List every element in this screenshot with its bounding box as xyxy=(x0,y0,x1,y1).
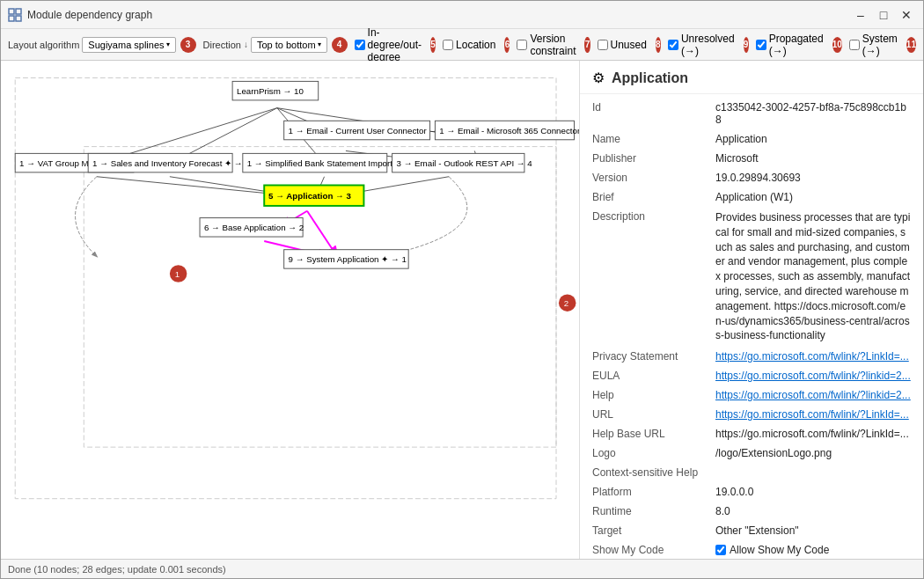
svg-rect-0 xyxy=(9,9,14,14)
info-row: Idc1335042-3002-4257-bf8a-75c898ccb1b8 xyxy=(580,98,923,129)
info-checkbox[interactable] xyxy=(715,545,726,555)
direction-dropdown[interactable]: Top to bottom ▾ xyxy=(251,37,327,53)
badge-4: 4 xyxy=(332,37,348,53)
info-label: EULA xyxy=(592,370,715,382)
svg-text:3 → Email - Outlook REST API →: 3 → Email - Outlook REST API → 4 xyxy=(397,158,533,168)
unresolved-label: Unresolved (→) xyxy=(681,33,735,57)
unused-label: Unused xyxy=(611,39,647,51)
info-row: URLhttps://go.microsoft.com/fwlink/?Link… xyxy=(580,405,923,424)
version-constraint-label: Version constraint xyxy=(530,33,576,57)
minimize-button[interactable]: – xyxy=(851,5,870,25)
info-row: Helphttps://go.microsoft.com/fwlink/?lin… xyxy=(580,385,923,405)
unresolved-checkbox[interactable] xyxy=(668,40,678,50)
layout-algorithm-value: Sugiyama splines xyxy=(88,40,164,50)
maximize-button[interactable]: □ xyxy=(874,5,893,25)
graph-svg: LearnPrism → 10 1 → Email - Current User… xyxy=(1,61,579,559)
info-value: Application xyxy=(715,133,911,145)
info-value: c1335042-3002-4257-bf8a-75c898ccb1b8 xyxy=(715,101,911,126)
module-icon xyxy=(8,8,22,22)
location-checkbox[interactable] xyxy=(443,40,453,50)
info-row: Privacy Statementhttps://go.microsoft.co… xyxy=(580,347,923,366)
close-button[interactable]: ✕ xyxy=(897,5,916,25)
status-text: Done (10 nodes; 28 edges; update 0.001 s… xyxy=(8,564,226,575)
info-label: Version xyxy=(592,172,715,184)
svg-text:1 → Sales and Inventory Foreca: 1 → Sales and Inventory Forecast ✦ → 4 xyxy=(92,158,250,168)
svg-rect-4 xyxy=(15,78,556,499)
info-value[interactable]: https://go.microsoft.com/fwlink/?linkid=… xyxy=(715,370,911,382)
graph-area[interactable]: LearnPrism → 10 1 → Email - Current User… xyxy=(1,61,580,559)
unresolved-checkbox-item[interactable]: Unresolved (→) xyxy=(668,33,735,57)
info-label: Runtime xyxy=(592,505,715,517)
toolbar: Layout algorithm Sugiyama splines ▾ 3 Di… xyxy=(1,29,923,61)
info-value: Application (W1) xyxy=(715,191,911,203)
svg-text:1 → Email - Microsoft 365 Conn: 1 → Email - Microsoft 365 Connector → 3 xyxy=(439,126,579,136)
info-row: Platform19.0.0.0 xyxy=(580,482,923,502)
info-label: Privacy Statement xyxy=(592,350,715,363)
status-bar: Done (10 nodes; 28 edges; update 0.001 s… xyxy=(1,559,923,578)
info-label: Platform xyxy=(592,486,715,498)
badge-5: 5 xyxy=(430,37,436,53)
info-value[interactable]: https://go.microsoft.com/fwlink/?LinkId=… xyxy=(715,408,911,421)
info-value: 8.0 xyxy=(715,505,911,517)
badge-10: 10 xyxy=(832,37,842,53)
svg-text:1: 1 xyxy=(175,269,180,279)
info-label: Id xyxy=(592,101,715,114)
svg-text:6 → Base Application → 2: 6 → Base Application → 2 xyxy=(204,223,304,232)
location-checkbox-item[interactable]: Location xyxy=(443,39,495,51)
direction-value: Top to bottom xyxy=(257,40,316,50)
location-label: Location xyxy=(456,39,495,51)
svg-text:2: 2 xyxy=(564,298,568,308)
propagated-checkbox-item[interactable]: Propagated (→) xyxy=(756,33,824,57)
propagated-checkbox[interactable] xyxy=(756,40,766,50)
system-checkbox[interactable] xyxy=(849,40,860,50)
info-label: Context-sensitive Help xyxy=(592,466,715,479)
info-label: Brief xyxy=(592,191,715,203)
title-bar-left: Module dependency graph xyxy=(8,8,152,22)
info-value[interactable]: https://go.microsoft.com/fwlink/?linkid=… xyxy=(715,389,911,401)
system-checkbox-item[interactable]: System (→) xyxy=(849,33,898,57)
info-row: EULAhttps://go.microsoft.com/fwlink/?lin… xyxy=(580,366,923,385)
info-row: Context-sensitive Help xyxy=(580,463,923,482)
info-row: Show My CodeAllow Show My Code xyxy=(580,540,923,559)
in-degree-checkbox[interactable] xyxy=(355,40,365,50)
info-value: /logo/ExtensionLogo.png xyxy=(715,447,911,459)
info-value[interactable]: https://go.microsoft.com/fwlink/?LinkId=… xyxy=(715,350,911,363)
panel-title: Application xyxy=(612,70,688,86)
info-value[interactable]: Allow Show My Code xyxy=(715,544,911,556)
system-label: System (→) xyxy=(862,33,898,57)
propagated-label: Propagated (→) xyxy=(769,33,824,57)
application-icon: ⚙ xyxy=(592,70,605,86)
direction-item: Direction ↓ Top to bottom ▾ 4 xyxy=(203,37,348,53)
info-label: Show My Code xyxy=(592,544,715,556)
title-controls: – □ ✕ xyxy=(851,5,916,25)
svg-text:1 → Simplified Bank Statement : 1 → Simplified Bank Statement Import → 4 xyxy=(247,158,411,168)
badge-6: 6 xyxy=(504,37,510,53)
unused-checkbox-item[interactable]: Unused xyxy=(598,39,647,51)
unused-checkbox[interactable] xyxy=(598,40,608,50)
chevron-down-icon-2: ▾ xyxy=(318,40,321,48)
info-row: BriefApplication (W1) xyxy=(580,187,923,207)
svg-rect-3 xyxy=(16,16,21,21)
layout-algorithm-label: Layout algorithm xyxy=(8,40,79,50)
badge-8: 8 xyxy=(656,37,661,53)
svg-rect-1 xyxy=(16,9,21,14)
version-constraint-checkbox[interactable] xyxy=(517,40,527,50)
chevron-down-icon: ▾ xyxy=(166,40,170,48)
svg-text:1 → Email - Current User Conne: 1 → Email - Current User Connector → 3 xyxy=(289,126,445,136)
info-label: URL xyxy=(592,408,715,421)
info-label: Help Base URL xyxy=(592,428,715,440)
info-row: Version19.0.29894.30693 xyxy=(580,168,923,187)
info-checkbox-label: Allow Show My Code xyxy=(730,544,829,556)
in-degree-checkbox-item[interactable]: In-degree/out-degree xyxy=(355,26,422,63)
info-label: Name xyxy=(592,133,715,145)
info-row: Logo/logo/ExtensionLogo.png xyxy=(580,443,923,463)
info-row: Help Base URLhttps://go.microsoft.com/fw… xyxy=(580,424,923,443)
info-label: Description xyxy=(592,210,715,223)
info-value: Provides business processes that are typ… xyxy=(715,210,911,343)
info-table: Idc1335042-3002-4257-bf8a-75c898ccb1b8Na… xyxy=(580,94,923,559)
window: Module dependency graph – □ ✕ Layout alg… xyxy=(0,0,924,579)
svg-text:LearnPrism → 10: LearnPrism → 10 xyxy=(237,86,304,96)
layout-algorithm-dropdown[interactable]: Sugiyama splines ▾ xyxy=(82,37,175,53)
window-title: Module dependency graph xyxy=(27,9,152,21)
version-constraint-checkbox-item[interactable]: Version constraint xyxy=(517,33,576,57)
